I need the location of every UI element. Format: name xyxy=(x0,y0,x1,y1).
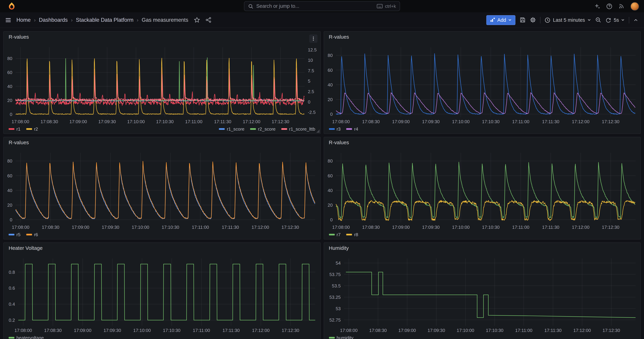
plus-icon xyxy=(594,3,600,9)
refresh-interval-select[interactable]: 5s xyxy=(614,17,625,23)
svg-text:17:08:00: 17:08:00 xyxy=(340,328,357,333)
help-button[interactable] xyxy=(606,3,612,9)
svg-text:17:11:00: 17:11:00 xyxy=(192,224,209,230)
legend-swatch xyxy=(250,128,256,130)
svg-text:17:12:00: 17:12:00 xyxy=(252,224,269,230)
svg-text:60: 60 xyxy=(328,68,332,73)
legend-item-r3[interactable]: r3 xyxy=(329,126,341,132)
svg-text:17:09:30: 17:09:30 xyxy=(422,224,440,230)
legend-item-r2_score[interactable]: r2_score xyxy=(250,126,276,132)
legend-item-r1_score[interactable]: r1_score xyxy=(219,126,244,132)
mega-menu-button[interactable] xyxy=(5,16,12,23)
user-avatar[interactable] xyxy=(630,2,639,10)
news-button[interactable] xyxy=(618,3,624,9)
search-input[interactable]: Search or jump to... ctrl+k xyxy=(244,1,400,11)
svg-text:17:08:00: 17:08:00 xyxy=(12,224,30,230)
legend-item-r1_score_lttb[interactable]: r1_score_lttb xyxy=(281,126,315,132)
chart-canvas[interactable]: 52.755353.2553.553.755417:08:0017:08:301… xyxy=(324,254,640,335)
search-placeholder: Search or jump to... xyxy=(256,3,374,9)
dashboard-settings-button[interactable] xyxy=(530,17,536,23)
legend-item-r7[interactable]: r7 xyxy=(329,232,341,237)
svg-text:17:10:30: 17:10:30 xyxy=(482,224,499,230)
chevron-down-icon xyxy=(588,18,591,22)
svg-text:17:11:30: 17:11:30 xyxy=(544,328,562,333)
star-icon xyxy=(194,17,200,23)
share-button[interactable] xyxy=(206,17,212,23)
legend-item-r6[interactable]: r6 xyxy=(26,232,38,237)
search-icon xyxy=(248,4,253,9)
save-dashboard-button[interactable] xyxy=(520,17,526,23)
svg-text:2.5: 2.5 xyxy=(308,89,314,94)
legend-item-r1[interactable]: r1 xyxy=(8,126,20,132)
legend-item-r5[interactable]: r5 xyxy=(8,232,20,237)
svg-text:17:09:30: 17:09:30 xyxy=(98,119,116,124)
favorite-button[interactable] xyxy=(194,17,200,23)
chart-canvas[interactable]: 02040608017:08:0017:08:3017:09:0017:09:3… xyxy=(324,148,640,232)
svg-text:60: 60 xyxy=(7,173,12,178)
toolbar-divider xyxy=(629,16,629,23)
panel-legend: r7r8 xyxy=(324,232,640,239)
panel-title[interactable]: R-values xyxy=(4,32,320,42)
refresh-controls: 5s xyxy=(606,17,625,23)
refresh-button[interactable] xyxy=(606,17,611,23)
svg-text:17:12:30: 17:12:30 xyxy=(282,224,299,230)
svg-text:17:09:30: 17:09:30 xyxy=(104,328,121,333)
panel-legend: r3r4 xyxy=(324,126,640,134)
legend-item-r8[interactable]: r8 xyxy=(346,232,358,237)
panel-title[interactable]: Humidity xyxy=(324,243,640,254)
chart-canvas[interactable]: 02040608017:08:0017:08:3017:09:0017:09:3… xyxy=(4,148,320,232)
legend-item-heatervoltage[interactable]: heatervoltage xyxy=(8,335,44,339)
collapse-controls-button[interactable] xyxy=(633,18,638,22)
svg-text:53.75: 53.75 xyxy=(329,272,340,277)
add-button[interactable]: Add xyxy=(486,15,516,25)
dashboard-panel-grid: R-values 020406080-2.502.557.51012.517:0… xyxy=(0,28,644,339)
chart-canvas[interactable]: 0.20.40.60.817:08:0017:08:3017:09:0017:0… xyxy=(4,254,320,335)
panel-title[interactable]: Heater Voltage xyxy=(4,243,320,254)
legend-swatch xyxy=(26,234,32,236)
svg-text:17:09:00: 17:09:00 xyxy=(392,119,410,124)
legend-item-r2[interactable]: r2 xyxy=(26,126,38,132)
dashboard-controls: Add xyxy=(486,15,638,25)
svg-text:10: 10 xyxy=(308,58,313,63)
svg-text:40: 40 xyxy=(7,84,12,89)
legend-swatch xyxy=(219,128,225,130)
svg-text:17:10:30: 17:10:30 xyxy=(482,119,499,124)
svg-text:17:08:00: 17:08:00 xyxy=(12,119,29,124)
svg-text:53.25: 53.25 xyxy=(329,295,340,300)
legend-item-humidity[interactable]: humidity xyxy=(329,335,354,339)
grafana-logo-icon[interactable] xyxy=(8,2,16,11)
clock-icon xyxy=(545,17,550,23)
time-range-picker[interactable]: Last 5 minutes xyxy=(545,17,591,23)
panel-title[interactable]: R-values xyxy=(324,137,640,148)
panel-r-values-4: R-values 02040608017:08:0017:08:3017:09:… xyxy=(324,137,641,240)
panel-legend: humidity xyxy=(324,335,640,339)
svg-text:60: 60 xyxy=(7,70,12,75)
svg-text:17:09:00: 17:09:00 xyxy=(74,328,92,333)
svg-text:17:10:00: 17:10:00 xyxy=(132,224,149,230)
svg-text:17:08:30: 17:08:30 xyxy=(42,224,59,230)
breadcrumb-dashboards[interactable]: Dashboards xyxy=(39,17,68,23)
new-menu-button[interactable] xyxy=(594,3,600,9)
svg-text:17:09:30: 17:09:30 xyxy=(428,328,445,333)
panel-resize-handle[interactable] xyxy=(316,130,319,133)
zoom-out-button[interactable] xyxy=(595,17,602,23)
chart-canvas[interactable]: 020406080-2.502.557.51012.517:08:0017:08… xyxy=(4,42,320,126)
svg-text:17:10:30: 17:10:30 xyxy=(486,328,503,333)
panel-title[interactable]: R-values xyxy=(324,32,640,42)
svg-text:20: 20 xyxy=(7,98,12,103)
svg-text:17:12:30: 17:12:30 xyxy=(282,328,299,333)
svg-text:17:09:00: 17:09:00 xyxy=(72,224,89,230)
svg-text:17:11:30: 17:11:30 xyxy=(214,119,231,124)
panel-menu-button[interactable] xyxy=(309,34,317,43)
svg-text:17:10:30: 17:10:30 xyxy=(163,328,180,333)
chart-canvas[interactable]: 02040608017:08:0017:08:3017:09:0017:09:3… xyxy=(324,42,640,126)
rss-icon xyxy=(618,3,624,9)
chevron-down-icon xyxy=(621,18,625,22)
breadcrumb-folder[interactable]: Stackable Data Platform xyxy=(76,17,134,23)
breadcrumb-home[interactable]: Home xyxy=(16,17,31,23)
svg-text:17:09:30: 17:09:30 xyxy=(422,119,440,124)
legend-item-r4[interactable]: r4 xyxy=(346,126,358,132)
panel-title[interactable]: R-values xyxy=(4,137,320,148)
breadcrumb: Home › Dashboards › Stackable Data Platf… xyxy=(16,17,188,23)
svg-text:0.4: 0.4 xyxy=(9,302,15,307)
